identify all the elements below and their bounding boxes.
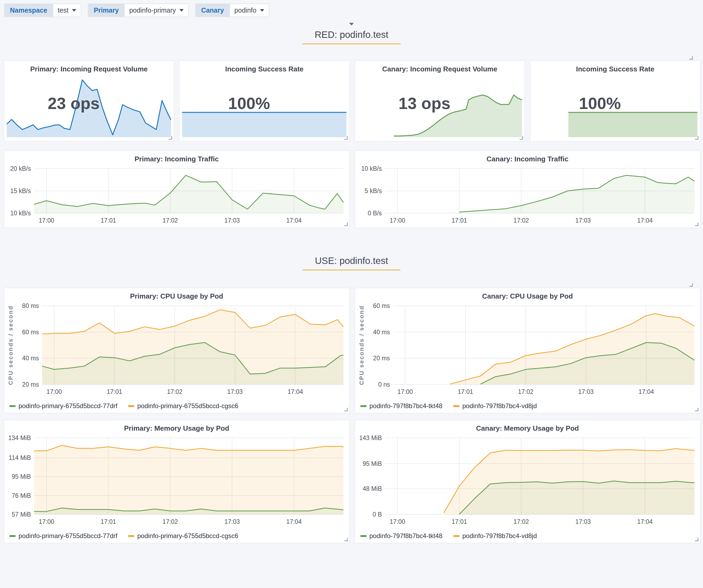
svg-text:17:03: 17:03 xyxy=(575,518,591,525)
panel-resize-handle[interactable] xyxy=(695,538,698,541)
chart-legend: podinfo-primary-6755d5bccd-77drfpodinfo-… xyxy=(9,532,238,540)
svg-text:143 MiB: 143 MiB xyxy=(359,434,382,441)
panel-title[interactable]: Canary: CPU Usage by Pod xyxy=(355,288,700,301)
legend-label: podinfo-797f8b7bc4-vd8jd xyxy=(462,532,537,540)
panel-title[interactable]: Primary: CPU Usage by Pod xyxy=(4,288,349,301)
legend-swatch-icon xyxy=(360,535,367,537)
svg-text:17:00: 17:00 xyxy=(397,388,413,395)
time-series-chart[interactable]: 0 ns20 ms40 ms60 ms17:0017:0117:0217:031… xyxy=(357,302,699,396)
svg-text:60 ms: 60 ms xyxy=(22,329,39,336)
variable-primary-label: Primary xyxy=(88,4,124,17)
variable-namespace-select[interactable]: test xyxy=(53,4,81,17)
panel-canary-request-volume: Canary: Incoming Request Volume 13 ops xyxy=(355,61,525,142)
svg-text:17:03: 17:03 xyxy=(224,518,240,525)
panel-resize-handle[interactable] xyxy=(344,223,348,226)
legend-item[interactable]: podinfo-primary-6755d5bccd-77drf xyxy=(9,532,118,540)
svg-text:17:00: 17:00 xyxy=(390,217,405,224)
panel-primary-incoming-traffic: Primary: Incoming Traffic 10 kB/s15 kB/s… xyxy=(4,151,349,228)
svg-text:17:02: 17:02 xyxy=(162,518,178,525)
svg-text:17:03: 17:03 xyxy=(578,388,594,395)
svg-text:134 MiB: 134 MiB xyxy=(8,434,31,441)
panel-resize-handle[interactable] xyxy=(344,538,348,541)
svg-text:17:03: 17:03 xyxy=(224,217,240,224)
panel-resize-handle[interactable] xyxy=(169,136,172,140)
row-resize-handle[interactable] xyxy=(689,283,693,287)
panel-title[interactable]: Primary: Incoming Request Volume xyxy=(4,61,174,73)
panel-resize-handle[interactable] xyxy=(520,136,523,140)
svg-text:CPU seconds / second: CPU seconds / second xyxy=(358,305,365,385)
panel-primary-cpu-usage: Primary: CPU Usage by Pod 20 ms40 ms60 m… xyxy=(4,288,349,413)
svg-text:10 kB/s: 10 kB/s xyxy=(10,210,31,217)
panel-resize-handle[interactable] xyxy=(695,408,698,411)
panel-title[interactable]: Primary: Memory Usage by Pod xyxy=(4,420,349,432)
legend-label: podinfo-797f8b7bc4-vd8jd xyxy=(462,402,537,410)
panel-resize-handle[interactable] xyxy=(344,408,348,411)
legend-item[interactable]: podinfo-797f8b7bc4-tkt48 xyxy=(360,402,443,410)
chevron-down-icon xyxy=(72,9,76,11)
svg-text:0 ns: 0 ns xyxy=(378,381,390,388)
variable-namespace-label: Namespace xyxy=(4,4,53,17)
legend-item[interactable]: podinfo-primary-6755d5bccd-cgsc6 xyxy=(128,532,238,540)
panel-title[interactable]: Canary: Incoming Request Volume xyxy=(355,61,525,73)
panel-canary-memory-usage: Canary: Memory Usage by Pod 0 B48 MiB95 … xyxy=(355,420,701,543)
panel-primary-memory-usage: Primary: Memory Usage by Pod 57 MiB76 Mi… xyxy=(4,420,349,543)
row-collapse-icon[interactable] xyxy=(349,23,354,25)
variable-primary-select[interactable]: podinfo-primary xyxy=(124,4,188,17)
red-row-header: RED: podinfo.test xyxy=(0,26,703,44)
svg-text:0 B/s: 0 B/s xyxy=(368,210,382,217)
svg-text:17:00: 17:00 xyxy=(39,217,54,224)
panel-title[interactable]: Incoming Success Rate xyxy=(179,61,349,73)
panel-canary-incoming-traffic: Canary: Incoming Traffic 0 B/s5 kB/s10 k… xyxy=(355,151,701,228)
svg-text:15 kB/s: 15 kB/s xyxy=(10,187,31,194)
svg-text:17:02: 17:02 xyxy=(162,217,178,224)
legend-item[interactable]: podinfo-primary-6755d5bccd-77drf xyxy=(9,402,118,410)
svg-text:17:04: 17:04 xyxy=(286,518,302,525)
svg-text:95 MiB: 95 MiB xyxy=(11,473,31,480)
svg-text:40 ms: 40 ms xyxy=(22,355,39,362)
legend-item[interactable]: podinfo-797f8b7bc4-vd8jd xyxy=(453,532,537,540)
svg-text:10 kB/s: 10 kB/s xyxy=(361,165,382,172)
panel-resize-handle[interactable] xyxy=(344,136,348,140)
panel-resize-handle[interactable] xyxy=(695,223,698,226)
svg-text:17:04: 17:04 xyxy=(638,388,654,395)
panel-primary-success-rate: Incoming Success Rate 100% xyxy=(179,61,349,142)
svg-text:17:04: 17:04 xyxy=(637,518,652,525)
variable-canary: Canary podinfo xyxy=(196,4,269,17)
time-series-chart[interactable]: 0 B/s5 kB/s10 kB/s17:0017:0117:0217:0317… xyxy=(357,165,699,225)
svg-text:17:02: 17:02 xyxy=(514,518,529,525)
time-series-chart[interactable]: 57 MiB76 MiB95 MiB114 MiB134 MiB17:0017:… xyxy=(6,434,348,526)
legend-swatch-icon xyxy=(360,405,367,407)
legend-swatch-icon xyxy=(453,405,459,407)
time-series-chart[interactable]: 0 B48 MiB95 MiB143 MiB17:0017:0117:0217:… xyxy=(357,434,699,526)
use-cpu-row: Primary: CPU Usage by Pod 20 ms40 ms60 m… xyxy=(4,288,700,413)
legend-swatch-icon xyxy=(128,405,134,407)
panel-title[interactable]: Incoming Success Rate xyxy=(530,61,700,73)
chart-legend: podinfo-primary-6755d5bccd-77drfpodinfo-… xyxy=(9,402,238,410)
panel-primary-request-volume: Primary: Incoming Request Volume 23 ops xyxy=(4,61,174,142)
red-row-title[interactable]: RED: podinfo.test xyxy=(302,26,401,44)
panel-title[interactable]: Canary: Incoming Traffic xyxy=(355,151,700,163)
svg-text:5 kB/s: 5 kB/s xyxy=(365,187,382,194)
svg-text:17:02: 17:02 xyxy=(514,217,529,224)
legend-label: podinfo-primary-6755d5bccd-77drf xyxy=(18,532,118,540)
svg-text:17:00: 17:00 xyxy=(47,388,62,395)
panel-title[interactable]: Primary: Incoming Traffic xyxy=(4,151,349,163)
variable-canary-select[interactable]: podinfo xyxy=(230,4,269,17)
legend-item[interactable]: podinfo-797f8b7bc4-tkt48 xyxy=(360,532,443,540)
legend-item[interactable]: podinfo-797f8b7bc4-vd8jd xyxy=(453,402,537,410)
panel-resize-handle[interactable] xyxy=(695,136,698,140)
stat-value: 13 ops xyxy=(398,94,450,113)
legend-item[interactable]: podinfo-primary-6755d5bccd-cgsc6 xyxy=(128,402,238,410)
svg-text:57 MiB: 57 MiB xyxy=(11,511,31,518)
use-row-title[interactable]: USE: podinfo.test xyxy=(303,253,400,270)
svg-text:95 MiB: 95 MiB xyxy=(363,460,382,467)
time-series-chart[interactable]: 20 ms40 ms60 ms80 ms17:0017:0117:0217:03… xyxy=(6,302,348,396)
svg-text:17:01: 17:01 xyxy=(458,388,473,395)
svg-text:17:01: 17:01 xyxy=(106,388,122,395)
variable-namespace-value: test xyxy=(58,6,69,14)
legend-label: podinfo-primary-6755d5bccd-77drf xyxy=(18,402,118,410)
chevron-down-icon xyxy=(179,9,184,11)
row-resize-handle[interactable] xyxy=(689,56,693,60)
time-series-chart[interactable]: 10 kB/s15 kB/s20 kB/s17:0017:0117:0217:0… xyxy=(6,165,348,225)
panel-title[interactable]: Canary: Memory Usage by Pod xyxy=(355,420,700,432)
